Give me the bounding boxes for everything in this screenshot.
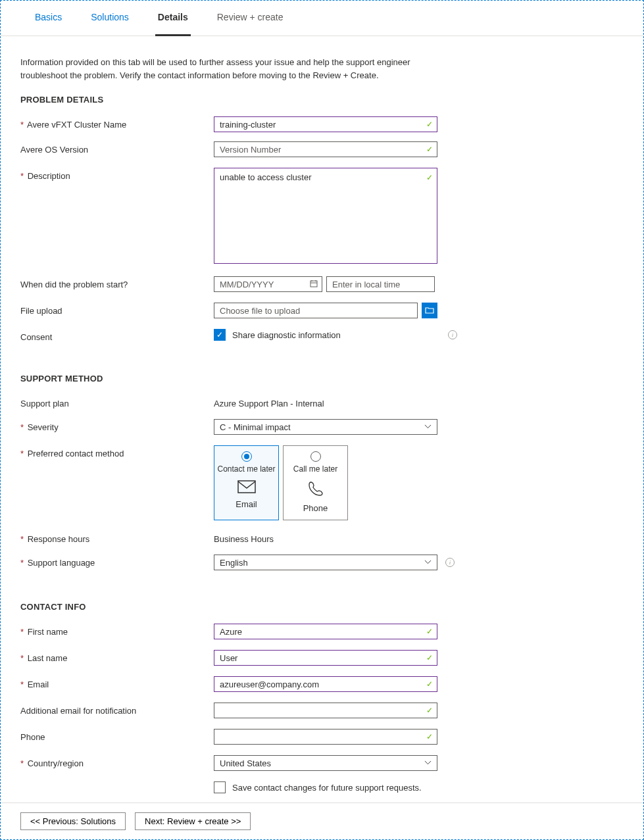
save-contact-label: Save contact changes for future support … xyxy=(232,783,422,793)
email-icon xyxy=(237,480,256,495)
label-email: Email xyxy=(28,679,49,689)
label-addl: Additional email for notification xyxy=(20,706,136,716)
label-method: Preferred contact method xyxy=(28,449,124,458)
email-input[interactable] xyxy=(214,676,437,692)
form-scroll[interactable]: Information provided on this tab will be… xyxy=(1,36,643,803)
file-browse-button[interactable] xyxy=(422,303,437,318)
first-name-input[interactable] xyxy=(214,624,437,639)
label-lang: Support language xyxy=(28,558,95,568)
phone-input[interactable] xyxy=(214,729,437,745)
description-textarea[interactable]: unable to access cluster xyxy=(214,168,437,264)
label-consent: Consent xyxy=(20,332,52,342)
label-last: Last name xyxy=(28,653,68,663)
tab-solutions[interactable]: Solutions xyxy=(88,1,132,36)
tab-basics[interactable]: Basics xyxy=(32,1,64,36)
previous-button[interactable]: << Previous: Solutions xyxy=(20,812,126,830)
consent-label: Share diagnostic information xyxy=(232,330,341,340)
contact-method-email[interactable]: Contact me later Email xyxy=(214,445,279,520)
section-contact-info: CONTACT INFO xyxy=(20,602,626,612)
label-os: Avere OS Version xyxy=(20,145,88,155)
phone-icon xyxy=(307,480,324,499)
label-hours: Response hours xyxy=(28,534,90,544)
contact-method-phone[interactable]: Call me later Phone xyxy=(283,445,348,520)
label-first: First name xyxy=(28,627,68,637)
radio-icon xyxy=(241,451,252,462)
intro-text: Information provided on this tab will be… xyxy=(20,56,441,82)
label-phone: Phone xyxy=(20,732,45,742)
folder-icon xyxy=(425,306,434,316)
os-version-input[interactable] xyxy=(214,141,437,157)
support-plan-value: Azure Support Plan - Internal xyxy=(214,395,324,408)
radio-icon xyxy=(310,451,321,462)
tab-review[interactable]: Review + create xyxy=(214,1,286,36)
severity-select[interactable]: C - Minimal impact xyxy=(214,419,437,435)
check-icon: ✓ xyxy=(216,331,223,339)
label-plan: Support plan xyxy=(20,399,69,408)
svg-rect-4 xyxy=(238,481,255,493)
tabs-bar: Basics Solutions Details Review + create xyxy=(1,1,643,36)
language-select[interactable]: English xyxy=(214,555,437,570)
label-desc: Description xyxy=(28,171,70,181)
cluster-name-input[interactable] xyxy=(214,116,437,132)
info-icon[interactable]: i xyxy=(448,330,457,339)
time-input[interactable] xyxy=(326,276,435,292)
chevron-down-icon xyxy=(424,557,432,567)
save-contact-checkbox[interactable] xyxy=(214,781,226,793)
chevron-down-icon xyxy=(424,758,432,768)
country-select[interactable]: United States xyxy=(214,755,437,771)
additional-email-input[interactable] xyxy=(214,703,437,718)
response-hours-value: Business Hours xyxy=(214,531,274,544)
consent-checkbox[interactable]: ✓ xyxy=(214,329,226,341)
section-problem-details: PROBLEM DETAILS xyxy=(20,95,626,105)
info-icon[interactable]: i xyxy=(445,558,455,567)
label-cluster: Avere vFXT Cluster Name xyxy=(27,120,126,130)
footer-bar: << Previous: Solutions Next: Review + cr… xyxy=(1,803,643,839)
chevron-down-icon xyxy=(424,422,432,432)
label-when: When did the problem start? xyxy=(20,280,128,289)
label-country: Country/region xyxy=(28,758,84,768)
tab-details[interactable]: Details xyxy=(155,1,191,36)
section-support-method: SUPPORT METHOD xyxy=(20,374,626,383)
file-upload-input[interactable]: Choose file to upload xyxy=(214,303,418,318)
last-name-input[interactable] xyxy=(214,650,437,666)
label-file: File upload xyxy=(20,306,62,316)
next-button[interactable]: Next: Review + create >> xyxy=(135,812,251,830)
label-severity: Severity xyxy=(28,422,59,432)
date-input[interactable] xyxy=(214,276,322,292)
